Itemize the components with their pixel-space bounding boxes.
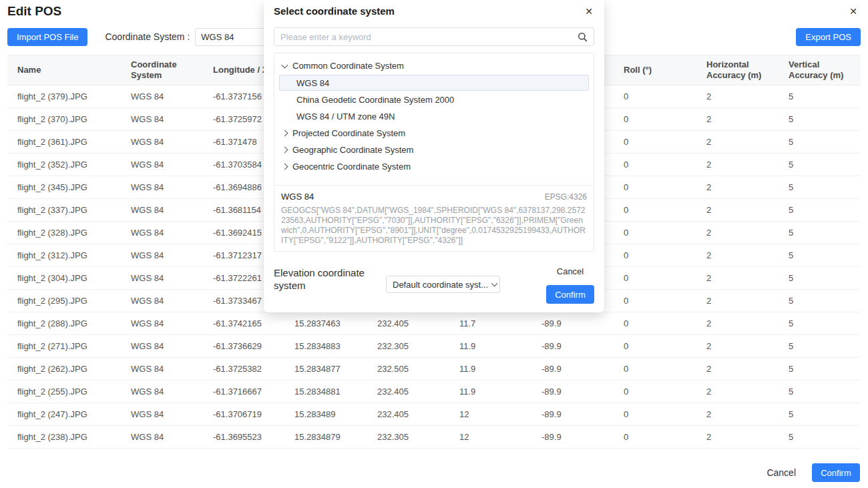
cell-longitude: -61.3736629 (213, 341, 294, 351)
detail-wkt-text: GEOGCS["WGS 84",DATUM["WGS_1984",SPHEROI… (281, 206, 587, 246)
cell-latitude: 15.283489 (294, 409, 377, 419)
select-coordinate-system-modal: Select coordinate system ✕ Common Coordi… (264, 0, 604, 312)
cell-roll: 0 (624, 182, 706, 192)
cell-coordinate-system: WGS 84 (131, 205, 213, 215)
cell-roll: 0 (624, 137, 706, 147)
cell-coordinate-system: WGS 84 (131, 409, 213, 419)
elevation-system-value: Default coordinate syst... (393, 280, 488, 290)
tree-category-label: Projected Coordinate System (292, 128, 405, 138)
cell-horizontal-accuracy: 2 (706, 91, 789, 101)
tree-category[interactable]: Geographic Coordinate System (278, 142, 590, 158)
tree-item[interactable]: WGS 84 (279, 75, 589, 91)
cell-yaw: 12 (459, 409, 541, 419)
tree-item[interactable]: WGS 84 / UTM zone 49N (279, 108, 589, 124)
chevron-down-icon (491, 280, 498, 287)
table-row[interactable]: flight_2 (238).JPG WGS 84 -61.3695523 15… (7, 426, 861, 449)
cell-vertical-accuracy: 5 (789, 432, 861, 442)
cell-yaw: 12 (459, 432, 541, 442)
selected-system-detail: WGS 84 EPSG:4326 GEOGCS["WGS 84",DATUM["… (274, 185, 594, 251)
detail-header: WGS 84 EPSG:4326 (281, 192, 587, 202)
cell-roll: 0 (624, 205, 706, 215)
page-confirm-button[interactable]: Confirm (812, 463, 860, 482)
modal-title: Select coordinate system (274, 5, 395, 17)
modal-cancel-button[interactable]: Cancel (557, 266, 584, 276)
cell-vertical-accuracy: 5 (789, 364, 861, 374)
cell-altitude: 232.505 (377, 364, 459, 374)
cell-name: flight_2 (370).JPG (17, 114, 131, 124)
cell-longitude: -61.3706719 (213, 409, 294, 419)
cell-vertical-accuracy: 5 (789, 273, 861, 283)
modal-confirm-button[interactable]: Confirm (546, 285, 594, 304)
cell-pitch: -89.9 (541, 341, 624, 351)
modal-close-icon[interactable]: ✕ (584, 3, 594, 20)
cell-latitude: 15.2834877 (294, 364, 377, 374)
cell-coordinate-system: WGS 84 (131, 160, 213, 170)
cell-coordinate-system: WGS 84 (131, 364, 213, 374)
coordinate-system-list: Common Coordinate System WGS 84 China Ge… (274, 53, 594, 252)
cell-name: flight_2 (337).JPG (17, 205, 131, 215)
cell-pitch: -89.9 (541, 318, 624, 328)
cell-coordinate-system: WGS 84 (131, 137, 213, 147)
cell-coordinate-system: WGS 84 (131, 432, 213, 442)
tree-category-common[interactable]: Common Coordinate System (278, 57, 590, 74)
page-close-icon[interactable]: ✕ (848, 3, 859, 20)
tree-item[interactable]: China Geodetic Coordinate System 2000 (279, 91, 589, 107)
cell-coordinate-system: WGS 84 (131, 182, 213, 192)
cell-name: flight_2 (328).JPG (17, 228, 131, 238)
modal-header: Select coordinate system ✕ (274, 0, 594, 19)
cell-horizontal-accuracy: 2 (706, 182, 789, 192)
import-pos-button[interactable]: Import POS File (7, 28, 87, 46)
cell-vertical-accuracy: 5 (789, 409, 861, 419)
tree-category-label: Geographic Coordinate System (292, 145, 413, 155)
tree-category[interactable]: Geocentric Coordinate System (278, 158, 590, 175)
cell-name: flight_2 (295).JPG (17, 296, 131, 306)
keyword-search-box[interactable] (274, 27, 594, 46)
table-row[interactable]: flight_2 (247).JPG WGS 84 -61.3706719 15… (7, 403, 861, 426)
cell-roll: 0 (624, 341, 706, 351)
table-row[interactable]: flight_2 (262).JPG WGS 84 -61.3725382 15… (7, 358, 861, 381)
cell-roll: 0 (624, 296, 706, 306)
cell-horizontal-accuracy: 2 (706, 387, 789, 397)
coordinate-system-tree: Common Coordinate System WGS 84 China Ge… (274, 53, 594, 178)
cell-pitch: -89.9 (541, 432, 624, 442)
chevron-right-icon (282, 147, 288, 154)
cell-pitch: -89.9 (541, 364, 624, 374)
keyword-search-input[interactable] (280, 32, 572, 42)
table-row[interactable]: flight_2 (255).JPG WGS 84 -61.3716667 15… (7, 381, 861, 403)
cell-roll: 0 (624, 160, 706, 170)
cell-yaw: 11.7 (459, 318, 541, 328)
cell-vertical-accuracy: 5 (789, 296, 861, 306)
cell-horizontal-accuracy: 2 (706, 137, 789, 147)
cell-name: flight_2 (288).JPG (17, 318, 131, 328)
tree-category[interactable]: Projected Coordinate System (278, 125, 590, 142)
cell-vertical-accuracy: 5 (789, 182, 861, 192)
elevation-system-label: Elevation coordinate system (274, 266, 379, 292)
cell-vertical-accuracy: 5 (789, 91, 861, 101)
cell-name: flight_2 (352).JPG (17, 160, 131, 170)
table-row[interactable]: flight_2 (288).JPG WGS 84 -61.3742165 15… (7, 312, 861, 335)
cell-latitude: 15.2834879 (294, 432, 377, 442)
cell-horizontal-accuracy: 2 (706, 318, 789, 328)
tree-collapsed-cats: Projected Coordinate System Geographic C… (278, 125, 590, 175)
chevron-right-icon (282, 164, 288, 170)
search-icon[interactable] (578, 32, 588, 42)
cell-horizontal-accuracy: 2 (706, 296, 789, 306)
cell-longitude: -61.3725382 (213, 364, 294, 374)
export-pos-button[interactable]: Export POS (796, 28, 861, 46)
cell-vertical-accuracy: 5 (789, 250, 861, 260)
cell-name: flight_2 (262).JPG (17, 364, 131, 374)
cell-roll: 0 (624, 273, 706, 283)
cell-roll: 0 (624, 114, 706, 124)
cell-longitude: -61.3742165 (213, 318, 294, 328)
elevation-system-select[interactable]: Default coordinate syst... (386, 276, 500, 293)
cell-vertical-accuracy: 5 (789, 228, 861, 238)
cell-latitude: 15.2834881 (294, 387, 377, 397)
table-row[interactable]: flight_2 (271).JPG WGS 84 -61.3736629 15… (7, 335, 861, 358)
page-cancel-button[interactable]: Cancel (767, 467, 796, 478)
cell-coordinate-system: WGS 84 (131, 114, 213, 124)
cell-horizontal-accuracy: 2 (706, 160, 789, 170)
cell-roll: 0 (624, 91, 706, 101)
cell-vertical-accuracy: 5 (789, 114, 861, 124)
cell-latitude: 15.2834883 (294, 341, 377, 351)
cell-yaw: 11.9 (459, 364, 541, 374)
